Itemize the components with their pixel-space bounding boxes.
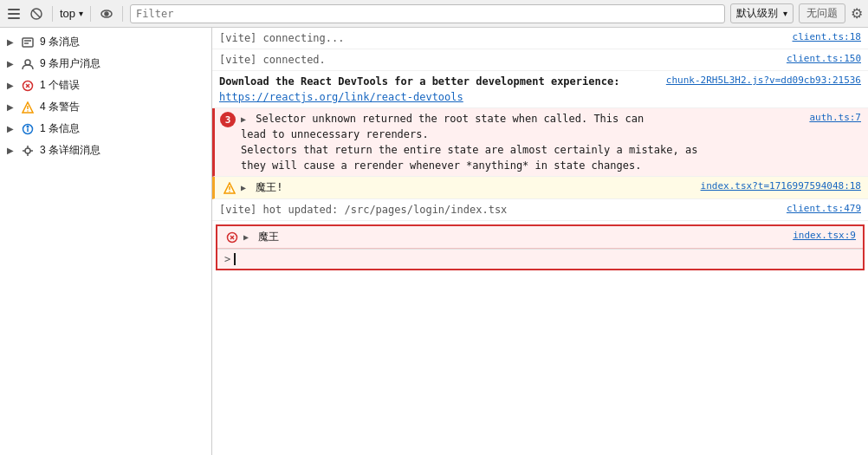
context-selector[interactable]: top ▾ [60, 7, 83, 20]
sidebar-item-errors[interactable]: ▶ 1 个错误 [0, 75, 211, 96]
svg-point-16 [27, 110, 29, 112]
svg-point-10 [25, 60, 30, 65]
toolbar: top ▾ 默认级别 ▾ 无问题 ⚙ [0, 0, 868, 28]
console-prompt: > [224, 253, 230, 265]
link-auth-ts[interactable]: auth.ts:7 [809, 111, 861, 126]
svg-point-6 [105, 12, 108, 16]
sidebar-toggle-icon[interactable] [5, 5, 23, 23]
level-label: 默认级别 [736, 6, 778, 21]
warn-icon [21, 101, 35, 114]
warn-mowang-text: index.tsx?t=1716997594048:18 ▶ 魔王! [241, 179, 861, 195]
error-number-badge: 3 [222, 112, 237, 127]
sidebar-label-warnings: 4 条警告 [40, 100, 80, 114]
separator2 [90, 6, 91, 22]
info-icon [21, 122, 35, 136]
console-row-warn-mowang[interactable]: index.tsx?t=1716997594048:18 ▶ 魔王! [212, 177, 868, 199]
svg-point-19 [27, 126, 29, 127]
sidebar-arrow-errors: ▶ [7, 81, 16, 90]
vite-connected-text: [vite] connected. client.ts:150 [219, 52, 861, 68]
sidebar-item-verbose[interactable]: ▶ 3 条详细消息 [0, 140, 211, 161]
svg-rect-0 [8, 9, 20, 10]
sidebar-arrow-user: ▶ [7, 59, 16, 68]
vite-hot-updated-text: client.ts:479 [vite] hot updated: /src/p… [219, 202, 861, 218]
main-content: ▶ 9 条消息 ▶ 9 条用户消息 ▶ [0, 28, 868, 455]
svg-rect-2 [8, 17, 20, 19]
separator3 [122, 6, 123, 22]
selector-error-text: auth.ts:7 ▶ Selector unknown returned th… [241, 111, 861, 173]
console-row-vite-connecting[interactable]: [vite] connecting... client.ts:18 [212, 28, 868, 49]
svg-point-27 [229, 191, 230, 192]
sidebar-item-warnings[interactable]: ▶ 4 条警告 [0, 96, 211, 118]
expand-arrow-selector[interactable]: ▶ [241, 114, 246, 124]
link-client-ts-18[interactable]: client.ts:18 [793, 30, 861, 45]
console-row-vite-connected[interactable]: [vite] connected. client.ts:150 [212, 49, 868, 71]
messages-icon [21, 36, 35, 49]
eye-icon[interactable] [98, 5, 115, 23]
expand-arrow-warn[interactable]: ▶ [241, 183, 246, 192]
sidebar-arrow-warnings: ▶ [7, 102, 16, 112]
sidebar: ▶ 9 条消息 ▶ 9 条用户消息 ▶ [0, 28, 212, 455]
expand-arrow-error-mowang[interactable]: ▶ [243, 232, 249, 242]
filter-input[interactable] [130, 4, 725, 23]
sidebar-arrow-info: ▶ [7, 124, 16, 133]
link-client-ts-150[interactable]: client.ts:150 [787, 52, 861, 67]
svg-line-4 [33, 10, 40, 17]
sidebar-item-info[interactable]: ▶ 1 条信息 [0, 118, 211, 140]
separator [52, 6, 53, 22]
react-devtools-link[interactable]: https://reactjs.org/link/react-devtools [219, 91, 463, 103]
sidebar-arrow-verbose: ▶ [7, 146, 16, 155]
sidebar-item-user[interactable]: ▶ 9 条用户消息 [0, 53, 211, 75]
console-input-row[interactable]: > [217, 249, 863, 269]
link-index-tsx-1716[interactable]: index.tsx?t=1716997594048:18 [701, 179, 861, 194]
console-row-error-mowang[interactable]: index.tsx:9 ▶ 魔王 [217, 226, 863, 249]
sidebar-label-messages: 9 条消息 [40, 35, 80, 49]
warn-triangle-icon [222, 180, 237, 196]
no-issues-badge: 无问题 [799, 3, 845, 23]
user-icon [21, 57, 35, 71]
error-icon [21, 79, 35, 93]
sidebar-item-messages[interactable]: ▶ 9 条消息 [0, 31, 211, 53]
vite-connecting-text: [vite] connecting... client.ts:18 [219, 30, 861, 46]
clear-icon[interactable] [28, 5, 45, 23]
svg-rect-7 [23, 38, 33, 47]
toolbar-right: 默认级别 ▾ 无问题 ⚙ [730, 3, 863, 23]
sidebar-label-user: 9 条用户消息 [40, 56, 100, 71]
link-chunk[interactable]: chunk-2RH5L3H2.js?v=dd09cb93:21536 [666, 74, 861, 88]
sidebar-arrow-messages: ▶ [7, 37, 16, 47]
download-react-devtools: chunk-2RH5L3H2.js?v=dd09cb93:21536 Downl… [219, 74, 861, 105]
svg-rect-1 [8, 13, 20, 15]
context-label: top [60, 7, 75, 20]
console-cursor [234, 253, 236, 265]
console-row-vite-hot-updated[interactable]: client.ts:479 [vite] hot updated: /src/p… [212, 199, 868, 221]
debug-icon [21, 144, 35, 158]
context-chevron-icon: ▾ [79, 9, 83, 18]
svg-point-20 [25, 148, 30, 153]
sidebar-label-verbose: 3 条详细消息 [40, 143, 100, 158]
settings-icon[interactable]: ⚙ [851, 5, 863, 22]
error-mowang-text: index.tsx:9 ▶ 魔王 [243, 229, 856, 244]
link-index-tsx-9[interactable]: index.tsx:9 [793, 229, 856, 244]
console-row-download[interactable]: chunk-2RH5L3H2.js?v=dd09cb93:21536 Downl… [212, 71, 868, 108]
sidebar-label-info: 1 条信息 [40, 121, 80, 136]
level-chevron-icon: ▾ [783, 9, 787, 18]
selected-error-block: index.tsx:9 ▶ 魔王 > [216, 224, 865, 270]
error-circle-icon [224, 230, 240, 245]
sidebar-label-errors: 1 个错误 [40, 78, 80, 93]
console-output: [vite] connecting... client.ts:18 [vite]… [212, 28, 868, 455]
level-select[interactable]: 默认级别 ▾ [730, 3, 794, 23]
console-row-selector-error[interactable]: 3 auth.ts:7 ▶ Selector unknown returned … [212, 108, 868, 177]
link-client-ts-479[interactable]: client.ts:479 [787, 202, 861, 217]
